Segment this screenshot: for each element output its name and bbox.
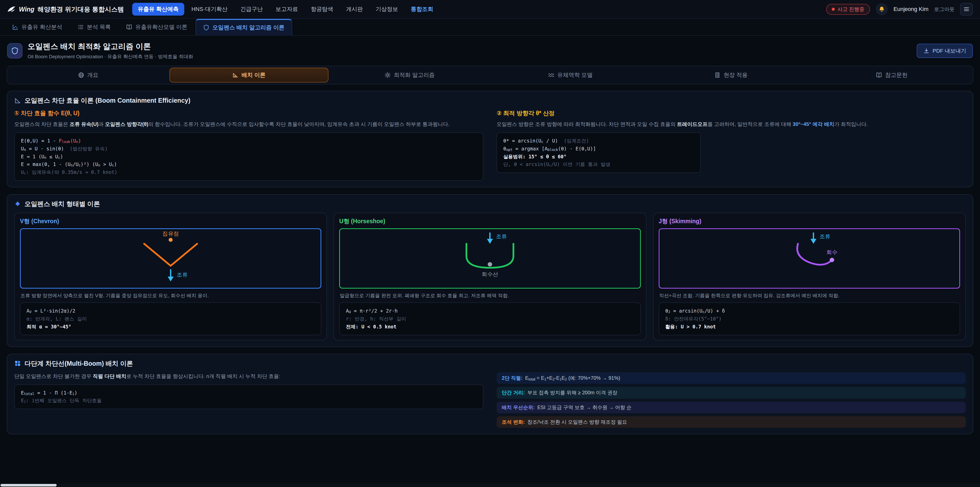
multi-boom-panel: 다단계 차단선(Multi-Boom) 배치 이론 단일 오일펜스로 차단 불가… xyxy=(6,354,974,435)
brand[interactable]: Wing 해양환경 위기대응 통합시스템 xyxy=(7,5,124,14)
sectab-hydrodynamics-model[interactable]: 유체역학 모델 xyxy=(491,68,650,83)
formula-line: E(θ,U) = 1 - Fleak(Un) xyxy=(21,137,477,145)
formula-line: E = max(0, 1 - (Un/Uc)²) (Un > Uc) xyxy=(21,160,477,168)
page-title: 오일펜스 배치 최적화 알고리즘 이론 xyxy=(27,42,193,52)
nav-item-integrated-search[interactable]: 통합조회 xyxy=(405,3,439,16)
panel-title-row: 오일펜스 배치 형태별 이론 xyxy=(14,200,966,208)
logout-button[interactable]: 로그아웃 xyxy=(934,6,955,13)
card-formula-block: AV = L²·sin(2α)/2 α: 반개각, L: 펜스 길이 최적 α … xyxy=(20,302,321,335)
nav-item-board[interactable]: 게시판 xyxy=(340,3,369,16)
tab-label: 유출유 확산분석 xyxy=(21,23,62,31)
navbar-right: 사고 진행중 Eunjeong Kim 로그아웃 xyxy=(826,3,973,16)
card-description: 직선+곡선 조합. 기름을 한쪽으로 편향 유도하여 집유. 강조류에서 예인 … xyxy=(659,292,959,300)
current-arrowhead xyxy=(487,239,493,244)
formula-line: 활용: U > 0.7 knot xyxy=(665,323,953,331)
formula-line: Etotal = 1 - Π (1-Ei) xyxy=(21,389,477,397)
note-tide-change: 조석 변화:창조/낙조 전환 시 오일펜스 방향 재조정 필요 xyxy=(496,416,966,428)
boom-shape-cards: V형 (Chevron) 집유점 조류 조류 방향 정면에서 양측으로 펼친 V… xyxy=(14,213,966,340)
j-skimming-diagram: 조류 회수 xyxy=(659,228,960,289)
set-square-icon xyxy=(14,97,21,104)
sectab-deployment-theory[interactable]: 배치 이론 xyxy=(169,68,329,83)
efficiency-function-heading: ① 차단 효율 함수 E(θ, U) xyxy=(14,109,484,117)
menu-button[interactable] xyxy=(960,3,973,16)
card-v-chevron: V형 (Chevron) 집유점 조류 조류 방향 정면에서 양측으로 펼친 V… xyxy=(14,213,327,340)
formula-line: Ei: i번째 오일펜스 단독 차단효율 xyxy=(21,397,477,404)
book-icon xyxy=(126,24,132,30)
nav-item-hns-atmospheric[interactable]: HNS·대기확산 xyxy=(186,3,233,16)
tab-label: 오일펜스 배치 알고리즘 이론 xyxy=(212,24,284,31)
diamond-icon xyxy=(14,200,21,207)
pdf-export-button[interactable]: PDF 내보내기 xyxy=(917,44,973,58)
sectab-optimization-algorithm[interactable]: 최적화 알고리즘 xyxy=(330,68,489,83)
v-chevron-diagram: 집유점 조류 xyxy=(20,228,321,289)
page-header: 오일펜스 배치 최적화 알고리즘 이론 Oil Boom Deployment … xyxy=(0,36,980,64)
tab-boom-algorithm-theory[interactable]: 오일펜스 배치 알고리즘 이론 xyxy=(196,19,292,35)
app-root: Wing 해양환경 위기대응 통합시스템 유출유 확산예측 HNS·대기확산 긴… xyxy=(0,0,980,487)
sectab-overview[interactable]: 개요 xyxy=(9,68,168,83)
sectab-references[interactable]: 참고문헌 xyxy=(812,68,971,83)
multi-boom-formula-block: Etotal = 1 - Π (1-Ei) Ei: i번째 오일펜스 단독 차단… xyxy=(14,384,484,409)
optimal-angle-description: 오일펜스 방향은 조류 방향에 따라 최적화됩니다. 차단 면적과 오일 수집 … xyxy=(496,120,966,128)
grid-icon xyxy=(14,360,21,367)
incident-status-badge[interactable]: 사고 진행중 xyxy=(826,4,870,15)
note-text: 창조/낙조 전환 시 오일펜스 방향 재조정 필요 xyxy=(527,419,627,425)
waves-icon xyxy=(548,72,554,78)
collection-point-dot xyxy=(169,238,173,241)
main-navigation: 유출유 확산예측 HNS·대기확산 긴급구난 보고자료 항공탐색 게시판 기상정… xyxy=(132,3,439,16)
page-subtitle: Oil Boom Deployment Optimization · 유출유 확… xyxy=(27,53,193,60)
sectab-label: 참고문헌 xyxy=(885,71,907,79)
tab-label: 유출유확산모델 이론 xyxy=(135,23,187,31)
tab-spill-analysis[interactable]: 유출유 확산분석 xyxy=(5,19,69,35)
nav-item-weather[interactable]: 기상정보 xyxy=(370,3,404,16)
set-square-icon xyxy=(232,72,239,78)
current-label: 조류 xyxy=(177,272,188,278)
nav-item-emergency-rescue[interactable]: 긴급구난 xyxy=(235,3,269,16)
sectab-label: 유체역학 모델 xyxy=(557,71,593,79)
collection-point-label: 집유점 xyxy=(162,231,179,237)
brand-logo-text: Wing xyxy=(19,6,35,13)
current-arrowhead xyxy=(168,276,174,281)
panel-title: 다단계 차단선(Multi-Boom) 배치 이론 xyxy=(24,359,133,368)
note-spacing: 단간 거리:부표 접촉 방지를 위해 ≥ 200m 이격 권장 xyxy=(496,387,966,398)
nav-item-reports[interactable]: 보고자료 xyxy=(270,3,304,16)
formula-line: δ: 안전여유각(5°~10°) xyxy=(665,315,953,323)
formula-line: Un = U · sin(θ) (법선방향 유속) xyxy=(21,145,477,153)
top-navbar: Wing 해양환경 위기대응 통합시스템 유출유 확산예측 HNS·대기확산 긴… xyxy=(0,0,980,19)
card-formula-block: θJ = arcsin(Uc/U) + δ δ: 안전여유각(5°~10°) 활… xyxy=(659,302,960,335)
sectab-field-application[interactable]: 현장 적용 xyxy=(652,68,811,83)
optimal-angle-formula-block: θ* = arcsin(Uc / U) (임계조건) θopt = argmax… xyxy=(496,132,701,173)
formula-line: 전제: U < 0.5 knot xyxy=(346,323,634,331)
tab-analysis-list[interactable]: 분석 목록 xyxy=(70,19,118,35)
card-description: 조류 방향 정면에서 양측으로 펼친 V형. 기름을 중앙 집유점으로 유도, … xyxy=(21,292,321,300)
multi-boom-columns: 단일 오일펜스로 차단 불가한 경우 직렬 다단 배치로 누적 차단 효율을 향… xyxy=(14,372,966,428)
formula-line: E ≈ 1 (Un ≤ Uc) xyxy=(21,153,477,161)
note-label: 조석 변화: xyxy=(502,419,525,425)
formula-line: r: 반경, h: 직선부 길이 xyxy=(346,315,634,323)
sectab-label: 배치 이론 xyxy=(242,71,266,79)
efficiency-function-column: ① 차단 효율 함수 E(θ, U) 오일펜스의 차단 효율은 조류 유속(U)… xyxy=(14,109,484,181)
current-label: 조류 xyxy=(819,233,830,240)
note-label: 2단 직렬: xyxy=(502,375,523,381)
card-u-horseshoe: U형 (Horseshoe) 조류 회수선 말굽형으로 기름을 완전 포위. 폐… xyxy=(334,213,646,340)
formula-line: Uc: 임계유속(약 0.35m/s ≈ 0.7 knot) xyxy=(21,168,477,176)
multi-boom-left-column: 단일 오일펜스로 차단 불가한 경우 직렬 다단 배치로 누적 차단 효율을 향… xyxy=(14,372,484,409)
formula-line: AV = L²·sin(2α)/2 xyxy=(27,307,315,315)
wing-logo-icon xyxy=(7,5,16,13)
recovery-label: 회수 xyxy=(826,249,837,255)
pdf-export-label: PDF 내보내기 xyxy=(932,47,966,54)
optimal-angle-heading: ② 최적 방향각 θ* 산정 xyxy=(496,109,966,117)
recovery-dot xyxy=(830,258,834,262)
notifications-button[interactable] xyxy=(876,3,888,15)
open-book-icon xyxy=(876,72,882,78)
nav-item-aerial-search[interactable]: 항공탐색 xyxy=(305,3,339,16)
v-chevron-diagram-svg: 집유점 조류 xyxy=(21,229,321,288)
tab-spill-model-theory[interactable]: 유출유확산모델 이론 xyxy=(119,19,194,35)
formula-line: θ* = arcsin(Uc / U) (임계조건) xyxy=(503,137,694,145)
multi-boom-notes: 2단 직렬:Etotal = E1+E2-E1E2 (예: 70%+70% → … xyxy=(496,372,966,428)
nav-item-oil-spill-prediction[interactable]: 유출유 확산예측 xyxy=(132,3,184,16)
formula-line: 단, θ < arcsin(Uc/U) 이면 기름 통과 발생 xyxy=(503,160,694,168)
formula-line: 최적 α ≈ 30°~45° xyxy=(27,323,315,331)
panel-title: 오일펜스 배치 형태별 이론 xyxy=(24,200,100,208)
horizontal-scrollbar-thumb[interactable] xyxy=(0,484,57,487)
card-title: U형 (Horseshoe) xyxy=(339,217,641,225)
